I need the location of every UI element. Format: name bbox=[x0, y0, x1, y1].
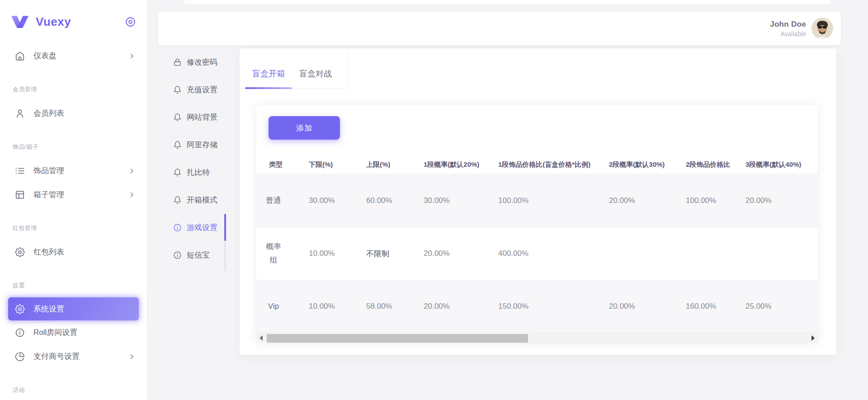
sidebar-nav: 仪表盘 会员管理 会员列表 饰品/箱子 饰品管理 箱子管理 红包管理 bbox=[0, 44, 147, 400]
sidebar-item-roll-room-settings[interactable]: Roll房间设置 bbox=[0, 320, 147, 344]
user-name: John Doe bbox=[770, 20, 806, 29]
table-toolbar: 添加 bbox=[256, 105, 818, 141]
tab-blindbox-battle[interactable]: 盲盒对战 bbox=[292, 68, 339, 79]
submenu-active-indicator bbox=[224, 214, 226, 241]
sidebar-item-box-management[interactable]: 箱子管理 bbox=[0, 183, 147, 207]
bell-icon bbox=[173, 196, 182, 204]
chevron-right-icon bbox=[128, 353, 136, 360]
submenu-item-unbox-mode[interactable]: 开箱模式 bbox=[147, 186, 240, 214]
table-row: 概率组 10.00% 不限制 20.00% 400.00% bbox=[256, 227, 818, 280]
user-icon bbox=[15, 108, 25, 118]
scrolled-card-edge bbox=[184, 0, 830, 4]
gear-icon bbox=[15, 247, 25, 257]
settings-table-card: 添加 类型 下限(%) 上限(%) 1段概率(默认20%) 1段饰品价格比(盲盒… bbox=[256, 105, 818, 343]
sidebar-section-activity: 活动 bbox=[0, 368, 147, 400]
content-card: 盲盒开箱 盲盒对战 添加 类型 下限(%) 上限(%) 1段概率(默认20%) … bbox=[240, 48, 836, 355]
sidebar-item-payment-merchant-settings[interactable]: 支付商号设置 bbox=[0, 344, 147, 368]
layout-icon bbox=[15, 190, 25, 200]
submenu-item-zhabite[interactable]: 扎比特 bbox=[147, 159, 240, 186]
table-row: 普通 30.00% 60.00% 30.00% 100.00% 20.00% 1… bbox=[256, 174, 818, 227]
horizontal-scrollbar[interactable] bbox=[256, 333, 818, 343]
vuexy-logo-icon bbox=[11, 16, 28, 28]
list-icon bbox=[15, 166, 25, 176]
sidebar-section-settings: 设置 bbox=[0, 264, 147, 297]
scrollbar-thumb[interactable] bbox=[267, 334, 528, 343]
add-button[interactable]: 添加 bbox=[269, 116, 340, 140]
tab-bar: 盲盒开箱 盲盒对战 bbox=[240, 48, 348, 89]
bell-icon bbox=[173, 85, 182, 94]
submenu-scrollbar[interactable] bbox=[224, 214, 226, 271]
bell-icon bbox=[173, 113, 182, 122]
bell-icon bbox=[173, 168, 182, 177]
chevron-right-icon bbox=[128, 52, 136, 60]
submenu-item-change-password[interactable]: 修改密码 bbox=[147, 48, 240, 76]
app-root: Vuexy 仪表盘 会员管理 会员列表 饰品/箱子 饰品管理 bbox=[0, 0, 868, 400]
tab-blindbox-open[interactable]: 盲盒开箱 bbox=[245, 68, 292, 79]
submenu-item-site-background[interactable]: 网站背景 bbox=[147, 104, 240, 131]
active-tab-underline bbox=[245, 87, 292, 89]
brand-name: Vuexy bbox=[36, 15, 125, 29]
brand-header: Vuexy bbox=[0, 0, 147, 44]
submenu-item-recharge-settings[interactable]: 充值设置 bbox=[147, 76, 240, 104]
chevron-right-icon bbox=[128, 191, 136, 198]
submenu-item-ali-storage[interactable]: 阿里存储 bbox=[147, 131, 240, 159]
top-navbar: John Doe Available bbox=[158, 12, 841, 45]
sidebar-section-members: 会员管理 bbox=[0, 68, 147, 101]
home-icon bbox=[15, 51, 25, 61]
sidebar-item-dashboard[interactable]: 仪表盘 bbox=[0, 44, 147, 68]
lock-icon bbox=[173, 58, 182, 66]
sidebar-pin-toggle-icon[interactable] bbox=[125, 16, 136, 28]
chevron-right-icon bbox=[128, 167, 136, 174]
user-meta: John Doe Available bbox=[770, 20, 806, 38]
sidebar-section-redpacket: 红包管理 bbox=[0, 207, 147, 240]
sidebar-item-system-settings[interactable]: 系统设置 bbox=[8, 297, 139, 320]
spacer bbox=[256, 141, 818, 155]
info-icon bbox=[15, 328, 25, 338]
sidebar-item-item-management[interactable]: 饰品管理 bbox=[0, 159, 147, 183]
user-status: Available bbox=[770, 30, 806, 38]
info-icon bbox=[173, 223, 182, 232]
sidebar-item-member-list[interactable]: 会员列表 bbox=[0, 101, 147, 125]
main-sidebar: Vuexy 仪表盘 会员管理 会员列表 饰品/箱子 饰品管理 bbox=[0, 0, 147, 400]
sidebar-section-items-boxes: 饰品/箱子 bbox=[0, 125, 147, 159]
pie-chart-icon bbox=[15, 352, 25, 362]
info-icon bbox=[173, 251, 182, 259]
table-row: Vip 10.00% 58.00% 20.00% 150.00% 20.00% … bbox=[256, 280, 818, 333]
gear-icon bbox=[15, 304, 25, 314]
avatar[interactable] bbox=[811, 18, 833, 39]
sidebar-item-redpacket-list[interactable]: 红包列表 bbox=[0, 240, 147, 264]
scroll-left-icon[interactable] bbox=[259, 335, 263, 341]
bell-icon bbox=[173, 141, 182, 149]
scroll-right-icon[interactable] bbox=[811, 335, 815, 341]
table-header-row: 类型 下限(%) 上限(%) 1段概率(默认20%) 1段饰品价格比(盲盒价格*… bbox=[256, 155, 818, 174]
